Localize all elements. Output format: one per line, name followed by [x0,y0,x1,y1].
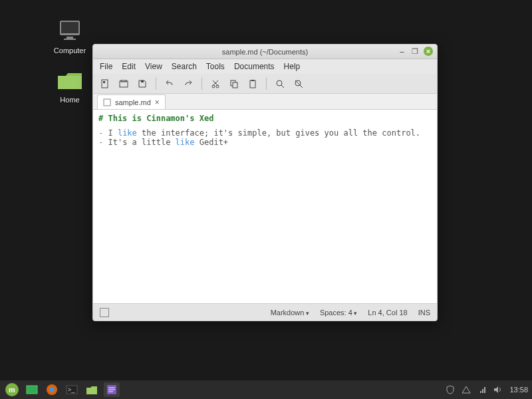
menu-help[interactable]: Help [284,62,301,71]
svg-line-17 [281,85,284,88]
paste-icon[interactable] [247,78,258,89]
toolbar [93,74,437,94]
menubar: File Edit View Search Tools Documents He… [93,59,437,74]
svg-rect-22 [27,386,37,394]
undo-icon[interactable] [164,78,175,89]
mint-menu-icon[interactable]: m [4,382,20,397]
statusbar: Markdown Spaces: 4 Ln 4, Col 18 INS [93,303,437,321]
redo-icon[interactable] [183,78,194,89]
window-title: sample.md (~/Documents) [222,48,308,56]
tab-sample[interactable]: sample.md × [97,94,166,109]
menu-tools[interactable]: Tools [206,62,225,71]
status-insert-mode: INS [418,309,430,317]
new-file-icon[interactable] [100,78,110,89]
files-icon[interactable] [84,382,100,397]
editor-line-heading: # This is Cinnamon's Xed [98,114,432,123]
svg-line-20 [295,80,302,87]
svg-rect-13 [233,82,237,88]
tabbar: sample.md × [93,94,437,110]
menu-file[interactable]: File [100,62,112,71]
firefox-icon[interactable] [44,382,60,397]
menu-view[interactable]: View [145,62,162,71]
editor-area[interactable]: # This is Cinnamon's Xed - I like the in… [93,110,437,303]
svg-point-24 [49,387,55,392]
toolbar-separator [266,78,267,90]
save-icon[interactable] [137,78,148,89]
svg-rect-6 [103,81,105,83]
desktop-icon-label: Home [47,96,93,104]
clock[interactable]: 13:58 [509,386,528,394]
editor-line: - It's a little like Gedit+ [98,138,432,147]
xed-window: sample.md (~/Documents) ‒ ❐ × File Edit … [92,44,438,321]
svg-rect-31 [480,391,481,393]
svg-rect-14 [250,80,255,88]
menu-search[interactable]: Search [172,62,197,71]
desktop-icon-label: Computer [47,47,93,55]
svg-text:>_: >_ [68,386,75,393]
tab-close-icon[interactable]: × [155,98,160,107]
editor-line: - I like the interface; it's simple, but… [98,128,432,138]
copy-icon[interactable] [229,78,239,89]
svg-point-16 [277,80,282,86]
svg-rect-3 [64,39,76,40]
home-folder-icon [55,66,84,93]
maximize-button[interactable]: ❐ [410,47,420,56]
computer-icon [55,17,84,44]
terminal-icon[interactable]: >_ [64,382,80,397]
shield-icon[interactable] [446,385,455,394]
desktop-home[interactable]: Home [47,66,93,104]
volume-icon[interactable] [493,385,503,394]
menu-edit[interactable]: Edit [122,62,136,71]
svg-rect-1 [61,22,78,33]
sidepanel-toggle-icon[interactable] [100,308,109,317]
menu-documents[interactable]: Documents [234,62,275,71]
status-spaces[interactable]: Spaces: 4 [320,309,357,317]
show-desktop-icon[interactable] [24,382,40,397]
network-icon[interactable] [477,385,487,394]
status-cursor: Ln 4, Col 18 [368,309,407,317]
svg-rect-33 [484,387,485,393]
warning-icon[interactable] [462,385,471,394]
cut-icon[interactable] [210,78,221,89]
svg-rect-32 [482,389,483,393]
svg-rect-21 [104,99,110,106]
minimize-button[interactable]: ‒ [397,47,406,56]
tab-label: sample.md [115,98,151,106]
toolbar-separator [156,78,156,90]
close-button[interactable]: × [424,47,433,56]
svg-rect-2 [66,37,73,39]
open-folder-icon[interactable] [118,78,129,89]
svg-rect-5 [102,80,108,88]
svg-rect-15 [251,80,254,81]
xed-icon[interactable] [104,382,120,397]
desktop-computer[interactable]: Computer [47,17,93,55]
replace-icon[interactable] [293,78,304,89]
status-language[interactable]: Markdown [271,309,309,317]
search-icon[interactable] [275,78,285,89]
taskbar: m >_ 13:58 [0,380,532,399]
titlebar[interactable]: sample.md (~/Documents) ‒ ❐ × [93,45,437,59]
markdown-doc-icon [103,98,111,106]
svg-rect-4 [58,76,82,89]
svg-rect-9 [141,80,144,82]
toolbar-separator [201,78,202,90]
